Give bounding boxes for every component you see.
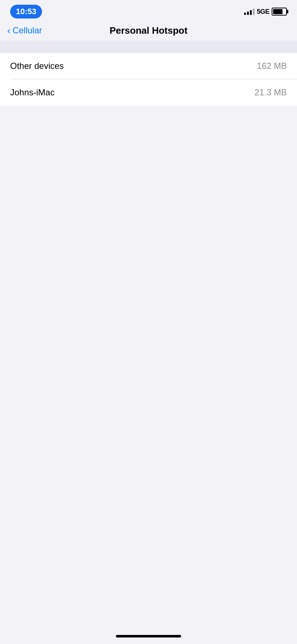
status-bar: 10:53 5GE — [0, 0, 297, 22]
signal-bar-4 — [253, 9, 255, 15]
battery-fill — [273, 9, 283, 14]
status-icons: 5GE — [244, 8, 287, 16]
content-area — [0, 106, 297, 616]
signal-bar-3 — [250, 10, 252, 15]
signal-bar-2 — [247, 12, 249, 15]
device-usage-johns-imac: 21.3 MB — [255, 87, 287, 98]
home-indicator — [116, 635, 181, 637]
navigation-bar: ‹ Cellular Personal Hotspot — [0, 22, 297, 41]
section-separator — [0, 41, 297, 53]
device-name-johns-imac: Johns-iMac — [10, 87, 55, 98]
devices-list: Other devices 162 MB Johns-iMac 21.3 MB — [0, 53, 297, 106]
list-item[interactable]: Johns-iMac 21.3 MB — [0, 79, 297, 106]
chevron-left-icon: ‹ — [7, 26, 11, 35]
time-display: 10:53 — [10, 5, 42, 18]
device-name-other: Other devices — [10, 61, 64, 71]
device-usage-other: 162 MB — [257, 61, 287, 71]
list-item[interactable]: Other devices 162 MB — [0, 53, 297, 79]
battery-icon — [272, 8, 287, 16]
network-type-label: 5GE — [257, 8, 269, 16]
battery-shell — [272, 8, 287, 16]
back-label: Cellular — [13, 25, 42, 36]
back-button[interactable]: ‹ Cellular — [7, 25, 42, 36]
signal-strength-icon — [244, 8, 255, 15]
signal-bar-1 — [244, 13, 246, 15]
page-title: Personal Hotspot — [109, 25, 187, 36]
